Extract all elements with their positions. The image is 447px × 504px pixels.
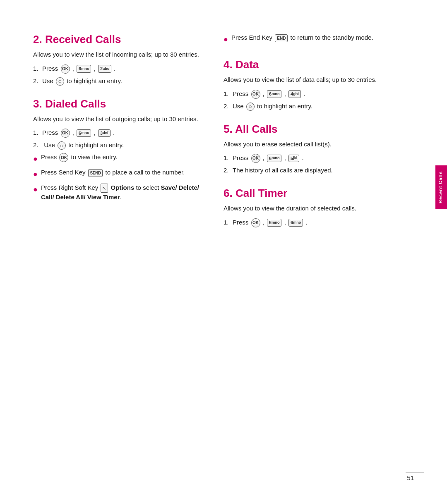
- call-timer-desc: Allows you to view the duration of selec…: [223, 204, 406, 213]
- step-content-ct1: Press OK , 6mno , 6mno .: [233, 217, 406, 227]
- page-container: 2. Received Calls Allows you to view the…: [0, 0, 447, 504]
- col-left: 2. Received Calls Allows you to view the…: [33, 33, 207, 239]
- bullet-text-2: Press Send Key SEND to place a call to t…: [41, 168, 185, 177]
- all-calls-step1: 1. Press OK , 6mno , 5jkl .: [223, 153, 406, 163]
- bullet-right-soft: ● Press Right Soft Key ↖ Options to sele…: [33, 183, 207, 202]
- 4ghi-key: 4ghi: [288, 90, 301, 98]
- dialed-calls-desc: Allows you to view the list of outgoing …: [33, 115, 207, 124]
- nav-key-dt: ○: [246, 103, 255, 111]
- step-content: Press OK , 6mno , 2abc .: [42, 64, 207, 74]
- bullet-end-key: ● Press End Key END to return to the sta…: [223, 33, 406, 45]
- all-calls-title: 5. All Calls: [223, 123, 406, 136]
- step-content-ac1: Press OK , 6mno , 5jkl .: [233, 153, 406, 163]
- bullet-text-end: Press End Key END to return to the stand…: [231, 33, 373, 43]
- sidebar-tab: Recent Calls: [435, 165, 447, 209]
- 6mno-key-ct1: 6mno: [267, 219, 281, 226]
- all-calls-step2: 2. The history of all calls are displaye…: [223, 165, 406, 175]
- data-step2: 2. Use ○ to highlight an entry.: [223, 101, 406, 111]
- dialed-calls-title: 3. Dialed Calls: [33, 98, 207, 110]
- col-right: ● Press End Key END to return to the sta…: [223, 33, 422, 239]
- received-calls-title: 2. Received Calls: [33, 33, 207, 46]
- two-col-layout: 2. Received Calls Allows you to view the…: [33, 33, 422, 239]
- data-title: 4. Data: [223, 58, 406, 71]
- call-timer-step1: 1. Press OK , 6mno , 6mno .: [223, 217, 406, 227]
- step-label-dt1: 1.: [223, 89, 231, 99]
- step-content-dt2: Use ○ to highlight an entry.: [233, 101, 406, 111]
- step-content-d1: Press OK , 6mno , 3def .: [42, 128, 207, 138]
- 6mno-key-d: 6mno: [77, 129, 91, 137]
- step-label: 1.: [33, 64, 41, 74]
- nav-key-d: ○: [58, 141, 66, 150]
- options-label: Options: [111, 184, 135, 191]
- step-label-dt2: 2.: [223, 101, 231, 111]
- section-all-calls: 5. All Calls Allows you to erase selecte…: [223, 123, 406, 176]
- ok-key-ct: OK: [251, 218, 260, 227]
- ok-key-d: OK: [61, 129, 70, 138]
- dialed-calls-step1: 1. Press OK , 6mno , 3def .: [33, 128, 207, 138]
- call-timer-title: 6. Call Timer: [223, 187, 406, 200]
- ok-key-ac: OK: [251, 154, 260, 163]
- bullet-text-1: Press OK to view the entry.: [41, 153, 118, 162]
- step-content-2: Use ○ to highlight an entry.: [42, 76, 207, 86]
- received-calls-step2: 2. Use ○ to highlight an entry.: [33, 76, 207, 86]
- send-key: SEND: [88, 169, 103, 177]
- end-key: END: [275, 34, 288, 42]
- data-desc: Allows you to view the list of data call…: [223, 75, 406, 85]
- step-label-2: 2.: [33, 76, 41, 86]
- section-call-timer: 6. Call Timer Allows you to view the dur…: [223, 187, 406, 227]
- data-step1: 1. Press OK , 6mno , 4ghi .: [223, 89, 406, 99]
- step-content-ac2: The history of all calls are displayed.: [233, 165, 406, 175]
- 3def-key: 3def: [98, 129, 111, 137]
- step-label-ct1: 1.: [223, 217, 231, 227]
- bullet-view-entry: ● Press OK to view the entry.: [33, 153, 207, 165]
- page-divider: [406, 473, 424, 473]
- bullet-dot-3: ●: [33, 184, 38, 195]
- received-calls-step1: 1. Press OK , 6mno , 2abc .: [33, 64, 207, 74]
- bullet-dot-end: ●: [223, 34, 228, 45]
- 6mno-key-ct2: 6mno: [288, 219, 303, 226]
- dialed-calls-step2: 2. Use ○ to highlight an entry.: [33, 140, 207, 150]
- bullet-text-3: Press Right Soft Key ↖ Options to select…: [41, 183, 207, 202]
- received-calls-desc: Allows you to view the list of incoming …: [33, 50, 207, 60]
- bullet-send-key: ● Press Send Key SEND to place a call to…: [33, 168, 207, 180]
- 6mno-key-ac: 6mno: [267, 155, 281, 162]
- ok-key: OK: [61, 64, 70, 74]
- step-label-d1: 1.: [33, 128, 41, 138]
- 6mno-key: 6mno: [77, 65, 91, 72]
- bullet-dot-1: ●: [33, 153, 38, 165]
- page-number: 51: [407, 474, 414, 481]
- step-label-d2: 2.: [33, 140, 41, 150]
- step-content-d2: Use ○ to highlight an entry.: [42, 140, 207, 150]
- ok-key-b1: OK: [59, 153, 68, 162]
- section-end-key: ● Press End Key END to return to the sta…: [223, 33, 406, 45]
- ok-key-dt: OK: [251, 90, 260, 99]
- step-label-ac1: 1.: [223, 153, 231, 163]
- section-data: 4. Data Allows you to view the list of d…: [223, 58, 406, 111]
- soft-key-icon: ↖: [101, 184, 108, 193]
- all-calls-desc: Allows you to erase selected call list(s…: [223, 140, 406, 149]
- nav-key: ○: [56, 77, 64, 86]
- step-content-dt1: Press OK , 6mno , 4ghi .: [233, 89, 406, 99]
- section-dialed-calls: 3. Dialed Calls Allows you to view the l…: [33, 98, 207, 202]
- section-received-calls: 2. Received Calls Allows you to view the…: [33, 33, 207, 86]
- 2abc-key: 2abc: [98, 65, 111, 72]
- step-label-ac2: 2.: [223, 165, 231, 175]
- bullet-dot-2: ●: [33, 169, 38, 180]
- 5jkl-key: 5jkl: [288, 155, 299, 162]
- 6mno-key-dt: 6mno: [267, 90, 281, 98]
